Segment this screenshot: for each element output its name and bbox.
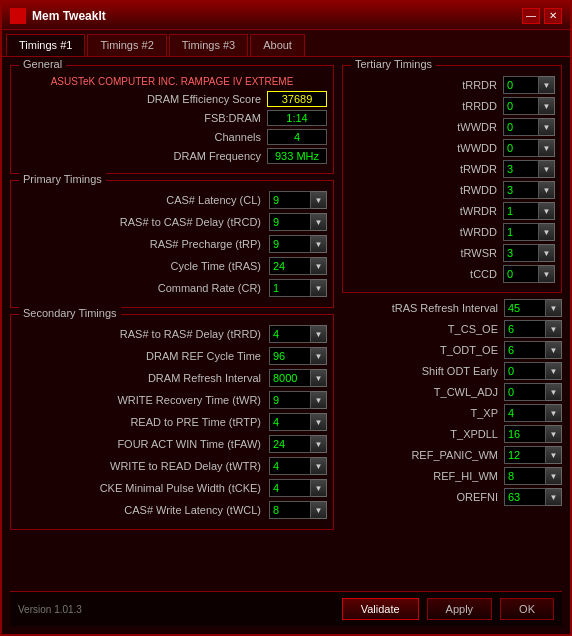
footer-buttons: Validate Apply OK	[342, 598, 554, 620]
timing-input-6[interactable]	[269, 457, 311, 475]
timing-input-1[interactable]	[269, 347, 311, 365]
board-name: ASUSTeK COMPUTER INC. RAMPAGE IV EXTREME	[17, 76, 327, 87]
timing-input-3[interactable]	[269, 257, 311, 275]
dram-freq-value: 933 MHz	[267, 148, 327, 164]
rt-control-8: ▼	[504, 467, 562, 485]
tab-about[interactable]: About	[250, 34, 305, 56]
rt-input-1[interactable]	[504, 320, 546, 338]
timing-input-3[interactable]	[269, 391, 311, 409]
tert-control-7: ▼	[503, 223, 555, 241]
rt-dropdown-7[interactable]: ▼	[546, 446, 562, 464]
tert-control-2: ▼	[503, 118, 555, 136]
timing-label-4: READ to PRE Time (tRTP)	[17, 416, 269, 428]
rt-input-9[interactable]	[504, 488, 546, 506]
fsb-dram-label: FSB:DRAM	[17, 112, 267, 124]
tert-dropdown-8[interactable]: ▼	[539, 244, 555, 262]
general-label: General	[19, 58, 66, 70]
tert-row: tRWDD ▼	[349, 181, 555, 199]
timing-input-2[interactable]	[269, 235, 311, 253]
ok-button[interactable]: OK	[500, 598, 554, 620]
rt-dropdown-2[interactable]: ▼	[546, 341, 562, 359]
minimize-button[interactable]: —	[522, 8, 540, 24]
apply-button[interactable]: Apply	[427, 598, 493, 620]
footer: Version 1.01.3 Validate Apply OK	[10, 591, 562, 626]
dropdown-btn-0[interactable]: ▼	[311, 191, 327, 209]
tert-dropdown-1[interactable]: ▼	[539, 97, 555, 115]
close-button[interactable]: ✕	[544, 8, 562, 24]
tert-dropdown-7[interactable]: ▼	[539, 223, 555, 241]
tert-label-3: tWWDD	[349, 142, 503, 154]
rt-input-3[interactable]	[504, 362, 546, 380]
rt-input-2[interactable]	[504, 341, 546, 359]
dropdown-btn-3[interactable]: ▼	[311, 257, 327, 275]
window-title: Mem TweakIt	[32, 9, 106, 23]
rt-input-5[interactable]	[504, 404, 546, 422]
rt-dropdown-9[interactable]: ▼	[546, 488, 562, 506]
tab-timings1[interactable]: Timings #1	[6, 34, 85, 56]
timing-input-7[interactable]	[269, 479, 311, 497]
tert-dropdown-6[interactable]: ▼	[539, 202, 555, 220]
rt-label-5: T_XP	[342, 407, 504, 419]
rt-dropdown-8[interactable]: ▼	[546, 467, 562, 485]
rt-input-6[interactable]	[504, 425, 546, 443]
timing-input-0[interactable]	[269, 191, 311, 209]
timing-input-4[interactable]	[269, 279, 311, 297]
timing-input-5[interactable]	[269, 435, 311, 453]
rt-dropdown-3[interactable]: ▼	[546, 362, 562, 380]
rt-dropdown-0[interactable]: ▼	[546, 299, 562, 317]
dropdown-btn-2[interactable]: ▼	[311, 235, 327, 253]
rt-row: REF_PANIC_WM ▼	[342, 446, 562, 464]
rt-input-7[interactable]	[504, 446, 546, 464]
tabs-bar: Timings #1 Timings #2 Timings #3 About	[2, 30, 570, 57]
dropdown-btn-3[interactable]: ▼	[311, 391, 327, 409]
timing-input-2[interactable]	[269, 369, 311, 387]
rt-dropdown-5[interactable]: ▼	[546, 404, 562, 422]
tab-timings2[interactable]: Timings #2	[87, 34, 166, 56]
rt-input-0[interactable]	[504, 299, 546, 317]
dropdown-btn-4[interactable]: ▼	[311, 413, 327, 431]
validate-button[interactable]: Validate	[342, 598, 419, 620]
tab-timings3[interactable]: Timings #3	[169, 34, 248, 56]
dropdown-btn-4[interactable]: ▼	[311, 279, 327, 297]
tert-input-9[interactable]	[503, 265, 539, 283]
timing-input-0[interactable]	[269, 325, 311, 343]
tert-control-3: ▼	[503, 139, 555, 157]
tert-input-2[interactable]	[503, 118, 539, 136]
tert-input-8[interactable]	[503, 244, 539, 262]
rt-input-4[interactable]	[504, 383, 546, 401]
tert-input-1[interactable]	[503, 97, 539, 115]
timing-row: READ to PRE Time (tRTP) ▼	[17, 413, 327, 431]
dropdown-btn-0[interactable]: ▼	[311, 325, 327, 343]
rt-dropdown-4[interactable]: ▼	[546, 383, 562, 401]
tert-dropdown-2[interactable]: ▼	[539, 118, 555, 136]
dropdown-btn-1[interactable]: ▼	[311, 347, 327, 365]
tert-input-3[interactable]	[503, 139, 539, 157]
tert-input-4[interactable]	[503, 160, 539, 178]
tert-dropdown-3[interactable]: ▼	[539, 139, 555, 157]
timing-label-2: RAS# Precharge (tRP)	[17, 238, 269, 250]
tert-dropdown-0[interactable]: ▼	[539, 76, 555, 94]
rt-row: T_CWL_ADJ ▼	[342, 383, 562, 401]
rt-dropdown-1[interactable]: ▼	[546, 320, 562, 338]
timing-input-1[interactable]	[269, 213, 311, 231]
timing-input-8[interactable]	[269, 501, 311, 519]
rt-dropdown-6[interactable]: ▼	[546, 425, 562, 443]
tert-dropdown-4[interactable]: ▼	[539, 160, 555, 178]
tert-input-7[interactable]	[503, 223, 539, 241]
dropdown-btn-8[interactable]: ▼	[311, 501, 327, 519]
primary-timings-group: Primary Timings CAS# Latency (CL) ▼ RAS#…	[10, 180, 334, 308]
timing-control-2: ▼	[269, 369, 327, 387]
dropdown-btn-7[interactable]: ▼	[311, 479, 327, 497]
tert-dropdown-5[interactable]: ▼	[539, 181, 555, 199]
tert-dropdown-9[interactable]: ▼	[539, 265, 555, 283]
dropdown-btn-2[interactable]: ▼	[311, 369, 327, 387]
timing-input-4[interactable]	[269, 413, 311, 431]
tert-input-5[interactable]	[503, 181, 539, 199]
tert-input-6[interactable]	[503, 202, 539, 220]
dropdown-btn-1[interactable]: ▼	[311, 213, 327, 231]
dropdown-btn-6[interactable]: ▼	[311, 457, 327, 475]
dropdown-btn-5[interactable]: ▼	[311, 435, 327, 453]
dram-freq-row: DRAM Frequency 933 MHz	[17, 148, 327, 164]
rt-input-8[interactable]	[504, 467, 546, 485]
tert-input-0[interactable]	[503, 76, 539, 94]
